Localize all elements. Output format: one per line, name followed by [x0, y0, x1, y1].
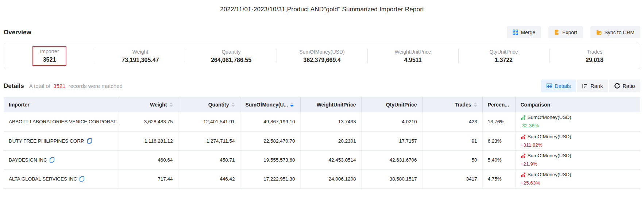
weight-cell: 460.64 — [119, 150, 178, 169]
col-header-quantity[interactable]: Quantity — [178, 97, 240, 112]
stat-value: 264,081,786.55 — [211, 56, 251, 64]
qty-unit-price-cell: 42,631.6706 — [361, 150, 422, 169]
sort-icon — [231, 102, 235, 107]
table-header-row: Importer Weight Quantity SumOfMoney(U...… — [4, 97, 640, 112]
stat-value: 362,379,669.4 — [303, 56, 340, 64]
stat-quantity: Quantity 264,081,786.55 — [186, 43, 277, 69]
comparison-metric-label: SumOfMoney(USD) — [528, 114, 571, 121]
trend-chart-icon — [521, 172, 526, 177]
table-icon — [547, 84, 552, 88]
copy-icon[interactable] — [87, 138, 92, 144]
sort-icon-active-desc — [290, 102, 294, 107]
weight-unit-price-cell: 13.7433 — [300, 112, 361, 131]
sum-of-money-cell: 22,582,470.70 — [240, 131, 300, 150]
comparison-cell: SumOfMoney(USD) +21.9% — [521, 152, 636, 167]
tab-rank-label: Rank — [590, 83, 603, 89]
col-header-comparison: Comparison — [515, 97, 640, 112]
export-icon — [554, 30, 560, 35]
col-header-importer: Importer — [4, 97, 119, 112]
importer-name[interactable]: DUTY FREE PHILIPPINES CORP. — [9, 138, 85, 144]
tab-ratio-label: Ratio — [622, 83, 635, 89]
export-button[interactable]: Export — [548, 26, 583, 38]
comparison-change: +311.82% — [521, 142, 636, 148]
table-row: BAYDESIGN INC 460.64 458.71 19,555,573.6… — [4, 150, 640, 169]
col-header-weight-unit-price: WeightUnitPrice — [300, 97, 361, 112]
tab-details[interactable]: Details — [541, 80, 576, 92]
quantity-cell: 12,401,541.91 — [178, 112, 240, 131]
importer-name[interactable]: BAYDESIGN INC — [9, 157, 47, 163]
percent-cell: 4.75% — [482, 169, 515, 188]
comparison-cell: SumOfMoney(USD) -32.36% — [521, 114, 636, 129]
tab-rank[interactable]: Rank — [577, 80, 608, 92]
merge-button-label: Merge — [521, 30, 535, 35]
weight-cell: 3,628,483.75 — [119, 112, 178, 131]
stat-value: 4.9511 — [404, 56, 421, 64]
trend-chart-icon — [521, 134, 526, 139]
weight-unit-price-cell: 42,453.0514 — [300, 150, 361, 169]
overview-heading: Overview — [4, 29, 31, 36]
percent-cell: 5.40% — [482, 150, 515, 169]
trades-cell: 3417 — [422, 169, 482, 188]
tab-details-label: Details — [555, 83, 571, 89]
stat-trades: Trades 29,018 — [549, 43, 640, 69]
sum-of-money-cell: 49,867,199.10 — [240, 112, 300, 131]
sync-to-crm-button[interactable]: Sync to CRM — [590, 26, 640, 38]
comparison-change: -32.36% — [521, 123, 636, 129]
sort-icon — [474, 102, 477, 107]
trades-cell: 91 — [422, 131, 482, 150]
overview-actions: Merge Export Sync to CRM — [507, 26, 640, 38]
sum-of-money-cell: 17,222,951.30 — [240, 169, 300, 188]
stat-label: Quantity — [221, 48, 240, 55]
comparison-change: +25.63% — [521, 180, 636, 186]
table-row: ABBOTT LABORATORIES VENICE CORPORAT... 3… — [4, 112, 640, 131]
importer-report-page: 2022/11/01-2023/10/31,Product AND"gold" … — [0, 0, 644, 209]
stat-label: Importer — [40, 48, 59, 55]
stat-value: 1.3722 — [495, 56, 513, 64]
importer-name[interactable]: ABBOTT LABORATORIES VENICE CORPORAT... — [9, 119, 119, 124]
stat-qty-unit-price: QtyUnitPrice 1.3722 — [458, 43, 549, 69]
comparison-metric-label: SumOfMoney(USD) — [528, 152, 571, 159]
stat-label: Weight — [132, 48, 148, 55]
match-prefix: A total of — [29, 83, 50, 89]
col-header-percent: Percen... — [482, 97, 515, 112]
merge-button[interactable]: Merge — [507, 26, 541, 38]
importer-name[interactable]: ALTA GLOBAL SERVICES INC — [9, 176, 77, 182]
table-row: DUTY FREE PHILIPPINES CORP. 1,116,281.12… — [4, 131, 640, 150]
stat-weight: Weight 73,191,305.47 — [95, 43, 186, 69]
copy-icon[interactable] — [50, 157, 54, 163]
stat-importer: Importer 3521 — [4, 43, 95, 69]
sum-of-money-cell: 19,555,573.60 — [240, 150, 300, 169]
highlight-annotation-box: Importer 3521 — [32, 46, 66, 66]
tab-ratio[interactable]: Ratio — [609, 80, 640, 92]
weight-unit-price-cell: 24,006.1208 — [300, 169, 361, 188]
comparison-cell: SumOfMoney(USD) +311.82% — [521, 133, 636, 148]
weight-unit-price-cell: 20.2301 — [300, 131, 361, 150]
quantity-cell: 1,274,711.54 — [178, 131, 240, 150]
col-header-qty-unit-price: QtyUnitPrice — [361, 97, 422, 112]
weight-cell: 1,116,281.12 — [119, 131, 178, 150]
rank-icon — [582, 84, 588, 89]
col-header-weight[interactable]: Weight — [119, 97, 178, 112]
trend-chart-icon — [521, 153, 526, 158]
trend-chart-icon — [521, 115, 526, 120]
quantity-cell: 458.71 — [178, 150, 240, 169]
stat-sum-of-money: SumOfMoney(USD) 362,379,669.4 — [277, 43, 367, 69]
importer-details-table: Importer Weight Quantity SumOfMoney(U...… — [4, 97, 640, 189]
sort-icon — [169, 102, 173, 107]
stat-weight-unit-price: WeightUnitPrice 4.9511 — [367, 43, 458, 69]
stat-label: Trades — [587, 48, 602, 55]
qty-unit-price-cell: 17.7157 — [361, 131, 422, 150]
view-tabs: Details Rank Ratio — [541, 80, 640, 92]
match-suffix: records were matched — [69, 83, 123, 89]
copy-icon[interactable] — [80, 176, 84, 182]
sync-to-crm-button-label: Sync to CRM — [605, 30, 635, 35]
match-count: 3521 — [53, 83, 65, 89]
stat-value: 29,018 — [586, 56, 603, 64]
overview-stats-card: Importer 3521 Weight 73,191,305.47 Quant… — [4, 43, 640, 69]
trades-cell: 423 — [422, 112, 482, 131]
page-title: 2022/11/01-2023/10/31,Product AND"gold" … — [4, 0, 640, 13]
col-header-sum-of-money[interactable]: SumOfMoney(U... — [240, 97, 300, 112]
export-button-label: Export — [562, 30, 577, 35]
stat-label: SumOfMoney(USD) — [299, 48, 344, 55]
col-header-trades[interactable]: Trades — [422, 97, 482, 112]
